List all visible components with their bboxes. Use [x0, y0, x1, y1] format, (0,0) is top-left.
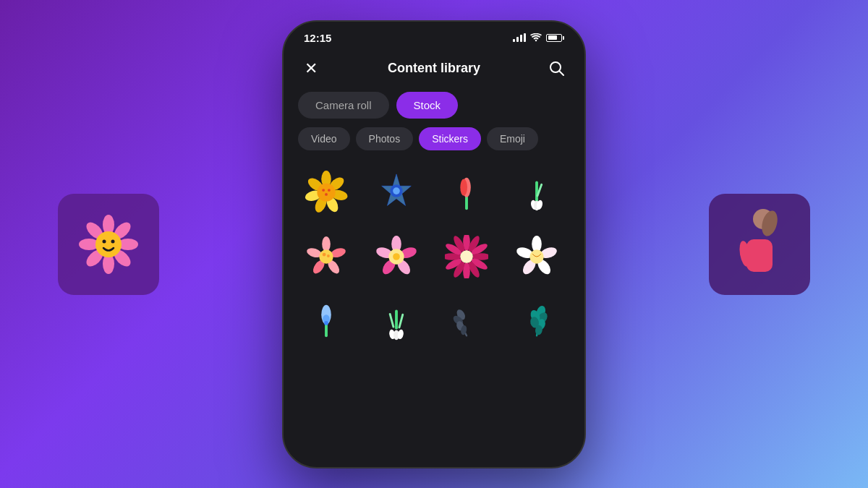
sticker-magenta-daisy[interactable]: [435, 226, 497, 288]
svg-point-54: [393, 253, 400, 260]
svg-point-77: [324, 321, 328, 325]
search-button[interactable]: [544, 56, 570, 82]
svg-point-40: [322, 236, 331, 252]
smiley-flower-icon: [76, 212, 141, 277]
svg-point-45: [319, 249, 333, 263]
sticker-tulip-bud[interactable]: [435, 162, 497, 223]
svg-point-9: [103, 239, 106, 243]
svg-point-10: [111, 239, 115, 243]
sticker-grid: [284, 162, 584, 352]
svg-point-8: [95, 231, 122, 257]
svg-point-33: [460, 179, 467, 196]
tab-camera-roll[interactable]: Camera roll: [298, 92, 389, 119]
sticker-teal-herb[interactable]: [506, 291, 567, 352]
svg-rect-78: [395, 310, 398, 330]
tab-stickers[interactable]: Stickers: [419, 127, 481, 150]
svg-point-67: [460, 250, 472, 262]
search-icon: [549, 61, 565, 77]
sticker-white-blossom[interactable]: [506, 226, 567, 288]
battery-icon: [546, 34, 564, 42]
tab-video[interactable]: Video: [298, 127, 350, 150]
sticker-yellow-flower[interactable]: [295, 162, 357, 223]
sticker-pink-five-petal[interactable]: [365, 226, 427, 288]
source-tabs: Camera roll Stock: [284, 92, 584, 127]
woman-silhouette-icon: [731, 205, 788, 284]
svg-point-25: [322, 189, 325, 192]
status-icons: [513, 33, 564, 42]
svg-line-16: [559, 71, 563, 75]
sticker-pink-light-flower[interactable]: [295, 226, 357, 288]
time-display: 12:15: [304, 32, 331, 44]
status-bar: 12:15: [284, 22, 584, 50]
left-floating-card: [58, 194, 159, 295]
svg-rect-34: [535, 181, 538, 202]
svg-point-26: [327, 189, 330, 192]
phone-mockup: 12:15: [282, 20, 586, 468]
svg-point-47: [326, 254, 329, 257]
svg-point-24: [317, 183, 335, 201]
sticker-snowdrop-trio[interactable]: [365, 291, 427, 352]
page-title: Content library: [388, 61, 480, 76]
sticker-snowdrop[interactable]: [506, 162, 567, 223]
tab-emoji[interactable]: Emoji: [487, 127, 538, 150]
header: ✕ Content library: [284, 50, 584, 92]
tab-stock[interactable]: Stock: [396, 92, 459, 119]
sticker-blue-star-flower[interactable]: [365, 162, 427, 223]
tab-photos[interactable]: Photos: [356, 127, 414, 150]
wifi-icon: [530, 33, 542, 42]
sticker-olive-branch[interactable]: [435, 291, 497, 352]
close-button[interactable]: ✕: [298, 56, 324, 82]
content-type-tabs: Video Photos Stickers Emoji: [284, 127, 584, 162]
svg-point-30: [393, 187, 400, 194]
signal-icon: [513, 33, 526, 42]
svg-point-27: [325, 193, 328, 196]
sticker-blue-bell[interactable]: [295, 291, 357, 352]
svg-rect-79: [388, 313, 394, 328]
svg-rect-80: [398, 313, 404, 328]
right-floating-card: [709, 194, 810, 295]
svg-rect-13: [746, 239, 773, 272]
svg-point-46: [322, 253, 326, 257]
